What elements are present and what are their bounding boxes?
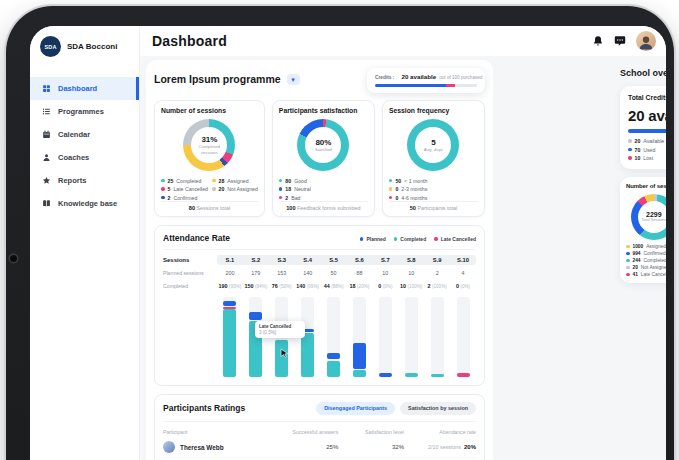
sidebar: SDA SDA Bocconi Dashboard Programmes Cal… xyxy=(30,26,140,460)
tab-satisfaction-by-session[interactable]: Satisfaction by session xyxy=(400,402,476,415)
credits-value: 20 available xyxy=(401,73,436,80)
user-avatar[interactable] xyxy=(636,31,656,51)
donut-center-label: Avg. days xyxy=(424,147,443,152)
messages-button[interactable] xyxy=(614,35,626,47)
ratings-tabs: Disengaged Participants Satisfaction by … xyxy=(316,402,476,415)
credits-label: Credits : xyxy=(375,75,394,80)
stat-cards-row: Number of sessions 31% Completed session… xyxy=(154,100,485,217)
bar-segment xyxy=(223,309,236,376)
attendance-planned-row: Planned sessions 2001791531405088101024 xyxy=(163,268,476,278)
sidebar-item-programmes[interactable]: Programmes xyxy=(30,100,139,123)
school-sessions-card: Number of sessions 2299 Total Sessions xyxy=(620,177,666,283)
table-cell: 88 xyxy=(346,268,372,278)
sidebar-item-knowledge-base[interactable]: Knowledge base xyxy=(30,192,139,215)
legend-item: 70Used xyxy=(628,147,666,153)
legend-dot xyxy=(161,187,165,191)
donut-center-label: Total Sessions xyxy=(642,218,666,223)
legend-dot xyxy=(626,266,630,270)
legend-item: Late Cancelled xyxy=(434,236,476,242)
bar-segment xyxy=(327,361,340,377)
table-cell: S.10 xyxy=(450,255,476,265)
card-number-of-sessions: Number of sessions 31% Completed session… xyxy=(154,100,265,217)
donut-center-value: 80% xyxy=(315,138,331,147)
avatar xyxy=(163,441,175,453)
table-cell: 10 xyxy=(398,268,424,278)
donut-center-value: 31% xyxy=(201,135,217,144)
legend-dot xyxy=(626,252,630,256)
table-cell: S.1 xyxy=(217,255,243,265)
card-footer: 50 Participants total xyxy=(389,201,478,212)
legend-item: 994Confirmed xyxy=(626,251,666,256)
sidebar-item-reports[interactable]: Reports xyxy=(30,169,139,192)
table-cell: S.2 xyxy=(243,255,269,265)
legend-dot xyxy=(434,237,438,241)
table-row[interactable]: Darlene Robertson 15% 44% 3/10 sessions3… xyxy=(163,457,476,460)
participants-ratings-card: Participants Ratings Disengaged Particip… xyxy=(154,394,485,460)
tablet-mockup: SDA SDA Bocconi Dashboard Programmes Cal… xyxy=(0,0,679,460)
page-title: Dashboard xyxy=(152,33,227,49)
sidebar-item-label: Coaches xyxy=(58,153,89,162)
person-icon xyxy=(637,33,655,51)
bar-column xyxy=(346,297,372,377)
legend-dot xyxy=(628,139,632,143)
donut-center-value: 2299 xyxy=(646,211,662,218)
table-cell: 150 (84%) xyxy=(243,281,269,291)
list-icon xyxy=(42,107,51,116)
table-cell: 0 (0%) xyxy=(450,281,476,291)
sidebar-item-dashboard[interactable]: Dashboard xyxy=(30,77,139,100)
table-cell: 76 (50%) xyxy=(269,281,295,291)
calendar-icon xyxy=(42,130,51,139)
legend-dot xyxy=(279,187,283,191)
device-frame: SDA SDA Bocconi Dashboard Programmes Cal… xyxy=(6,6,674,460)
notifications-button[interactable] xyxy=(592,35,604,47)
bar-segment xyxy=(301,333,314,377)
card-title: Number of sessions xyxy=(626,183,666,189)
bar-segment xyxy=(353,343,366,369)
sda-logo: SDA xyxy=(40,36,61,57)
programme-panel: Lorem Ipsum programme ▾ Credits : 20 ava… xyxy=(146,60,493,460)
card-session-frequency: Session frequency 5 Avg. days xyxy=(382,100,485,217)
credits-big-value: 20 available xyxy=(628,107,666,124)
legend-item: Completed xyxy=(394,236,426,242)
successful-answers-value: 25% xyxy=(276,444,339,450)
bar-track xyxy=(457,297,470,377)
satisfaction-level-value: 32% xyxy=(338,444,404,450)
total-credits-card: Total Credits 20 available out of 100 pu… xyxy=(620,86,666,169)
brand: SDA SDA Bocconi xyxy=(30,26,139,63)
attendance-completed-row: Completed 190 (95%)150 (84%)76 (50%)140 … xyxy=(163,281,476,291)
legend-dot xyxy=(279,179,283,183)
bar-column xyxy=(450,297,476,377)
table-row[interactable]: Theresa Webb 25% 32% 2/10 sessions20% xyxy=(163,438,476,457)
bar-track xyxy=(327,297,340,377)
attendance-sessions-row: Sessions S.1S.2S.3S.4S.5S.6S.7S.8S.9S.10 xyxy=(163,255,476,265)
tab-disengaged-participants[interactable]: Disengaged Participants xyxy=(316,402,395,415)
mouse-cursor-icon xyxy=(279,345,290,363)
legend-item: 20Available xyxy=(628,138,666,144)
table-cell: 10 (100%) xyxy=(398,281,424,291)
legend-item: 5Late Cancelled xyxy=(161,186,208,192)
donut-center-value: 5 xyxy=(431,138,435,147)
frequency-donut-chart: 5 Avg. days xyxy=(407,119,459,171)
chat-icon xyxy=(614,35,626,47)
table-cell: 179 xyxy=(243,268,269,278)
bar-segment xyxy=(457,373,470,377)
header-actions xyxy=(592,31,666,51)
legend-dot xyxy=(626,273,630,277)
table-cell: 50 xyxy=(321,268,347,278)
star-icon xyxy=(42,176,51,185)
sidebar-item-coaches[interactable]: Coaches xyxy=(30,146,139,169)
credits-suffix: out of 100 purchased xyxy=(439,75,482,80)
bar-segment xyxy=(249,312,262,320)
credits-progress-bar xyxy=(375,84,477,87)
table-cell: 190 (95%) xyxy=(217,281,243,291)
bar-segment xyxy=(431,374,444,376)
sidebar-item-calendar[interactable]: Calendar xyxy=(30,123,139,146)
programme-dropdown[interactable]: ▾ xyxy=(287,74,300,85)
bar-segment xyxy=(327,353,340,359)
table-cell: 44 (88%) xyxy=(321,281,347,291)
attendance-bar-chart: Late Cancelled 3 (0.5%) xyxy=(163,297,476,377)
bar-track xyxy=(431,297,444,377)
legend-item: 18Neutral xyxy=(279,186,368,192)
legend-item: Planned xyxy=(360,236,386,242)
book-icon xyxy=(42,199,51,208)
